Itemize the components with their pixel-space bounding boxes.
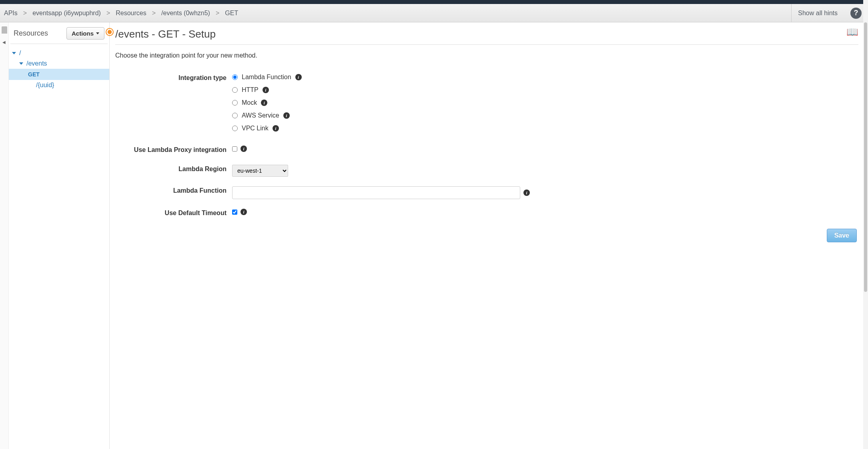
save-button[interactable]: Save	[827, 229, 857, 242]
docs-icon[interactable]: 📖	[846, 26, 858, 38]
info-icon[interactable]: i	[263, 87, 269, 93]
info-icon[interactable]: i	[241, 146, 247, 152]
checkbox-proxy[interactable]	[232, 146, 237, 152]
page-subtitle: Choose the integration point for your ne…	[115, 52, 858, 59]
crumb-resource-path[interactable]: /events (0whzn5)	[161, 10, 210, 17]
tree-caret-icon	[12, 52, 16, 54]
tree-uuid[interactable]: /{uuid}	[9, 80, 109, 90]
label-proxy: Use Lambda Proxy integration	[115, 146, 232, 154]
crumb-resources[interactable]: Resources	[116, 10, 146, 17]
actions-dropdown[interactable]: Actions	[66, 27, 104, 40]
crumb-sep: >	[106, 10, 110, 17]
radio-vpc-label: VPC Link	[242, 125, 269, 132]
radio-http-label: HTTP	[242, 86, 259, 94]
left-gutter: ◀	[0, 22, 9, 449]
label-region: Lambda Region	[115, 165, 232, 173]
scrollbar-thumb[interactable]	[864, 22, 867, 292]
tree-root[interactable]: /	[9, 48, 109, 58]
radio-lambda-input[interactable]	[232, 74, 238, 80]
info-icon[interactable]: i	[295, 74, 302, 80]
label-integration-type: Integration type	[115, 74, 232, 82]
tree-events-label: /events	[26, 60, 47, 67]
crumb-method[interactable]: GET	[225, 10, 238, 17]
radio-vpc-link[interactable]: VPC Link i	[232, 125, 302, 132]
breadcrumb-bar: APIs > eventsapp (i6ywpuphrd) > Resource…	[0, 4, 868, 22]
row-region: Lambda Region eu-west-1	[115, 165, 858, 177]
caret-down-icon	[96, 32, 99, 34]
integration-type-radios: Lambda Function i HTTP i Mock i	[232, 74, 302, 132]
sidebar: Resources Actions / /events GET /{uuid}	[9, 22, 110, 449]
crumb-api-name[interactable]: eventsapp (i6ywpuphrd)	[32, 10, 101, 17]
radio-aws-label: AWS Service	[242, 112, 279, 119]
checkbox-timeout[interactable]	[232, 210, 237, 215]
radio-aws-input[interactable]	[232, 113, 238, 118]
radio-mock-input[interactable]	[232, 100, 238, 106]
header-right: Show all hints ?	[791, 4, 864, 22]
crumb-sep: >	[152, 10, 156, 17]
save-row: Save	[115, 229, 858, 242]
tree-method-get[interactable]: GET	[9, 69, 109, 80]
info-icon[interactable]: i	[273, 125, 279, 132]
info-icon[interactable]: i	[241, 209, 247, 215]
content-pane: 📖 /events - GET - Setup Choose the integ…	[110, 22, 868, 449]
crumb-sep: >	[216, 10, 219, 17]
gutter-tab-icon	[2, 26, 7, 34]
radio-lambda-label: Lambda Function	[242, 74, 291, 81]
gutter-collapse-icon[interactable]: ◀	[2, 40, 6, 44]
input-lambda-function[interactable]	[232, 186, 520, 199]
tree-caret-icon	[19, 62, 23, 65]
label-timeout: Use Default Timeout	[115, 209, 232, 217]
sidebar-header: Resources Actions	[10, 27, 108, 44]
radio-mock-label: Mock	[242, 99, 257, 106]
crumb-apis[interactable]: APIs	[4, 10, 18, 17]
label-function: Lambda Function	[115, 186, 232, 194]
crumb-sep: >	[23, 10, 27, 17]
vertical-scrollbar[interactable]	[863, 0, 868, 449]
help-icon[interactable]: ?	[850, 8, 862, 19]
breadcrumbs: APIs > eventsapp (i6ywpuphrd) > Resource…	[4, 10, 238, 17]
select-region[interactable]: eu-west-1	[232, 165, 288, 177]
radio-http[interactable]: HTTP i	[232, 86, 302, 94]
tree-events[interactable]: /events	[9, 58, 109, 69]
radio-vpc-input[interactable]	[232, 126, 238, 131]
show-all-hints[interactable]: Show all hints	[791, 4, 844, 22]
radio-lambda[interactable]: Lambda Function i	[232, 74, 302, 81]
resource-tree: / /events GET /{uuid}	[9, 48, 109, 90]
page-title: /events - GET - Setup	[115, 28, 858, 45]
tree-root-label: /	[19, 50, 21, 57]
radio-http-input[interactable]	[232, 87, 238, 93]
row-integration-type: Integration type Lambda Function i HTTP …	[115, 74, 858, 132]
info-icon[interactable]: i	[523, 190, 530, 196]
radio-aws-service[interactable]: AWS Service i	[232, 112, 302, 119]
row-timeout: Use Default Timeout i	[115, 209, 858, 217]
row-proxy: Use Lambda Proxy integration i	[115, 146, 858, 154]
tree-get-label: GET	[28, 71, 40, 78]
setup-form: Integration type Lambda Function i HTTP …	[115, 74, 858, 242]
row-function: Lambda Function i	[115, 186, 858, 199]
actions-label: Actions	[72, 30, 94, 37]
info-icon[interactable]: i	[283, 112, 290, 119]
info-icon[interactable]: i	[261, 100, 267, 106]
sidebar-title: Resources	[14, 29, 48, 38]
hint-marker-icon[interactable]	[106, 28, 114, 36]
radio-mock[interactable]: Mock i	[232, 99, 302, 106]
window-topbar	[0, 0, 868, 4]
tree-uuid-label: /{uuid}	[36, 82, 54, 89]
